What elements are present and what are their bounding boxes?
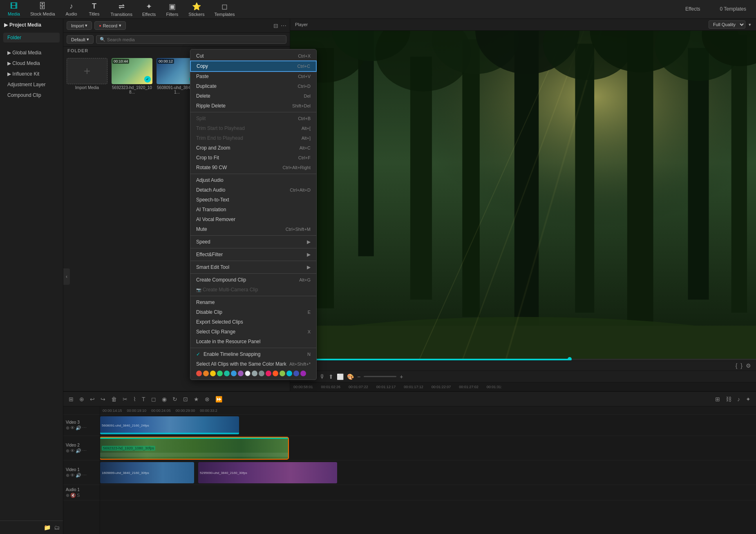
toolbar-audio[interactable]: ♪ Audio xyxy=(61,0,82,18)
toolbar-stock[interactable]: 🗄 Stock Media xyxy=(26,0,59,18)
tab-effects[interactable]: Effects xyxy=(679,4,707,14)
tl-link-btn[interactable]: ⛓ xyxy=(724,395,734,404)
fullscreen-icon[interactable]: { xyxy=(736,362,738,369)
toolbar-effects[interactable]: ✦ Effects xyxy=(138,0,160,18)
tl-effect-btn[interactable]: ★ xyxy=(192,395,201,404)
tl-grid-btn[interactable]: ⊞ xyxy=(67,395,76,404)
color-green[interactable] xyxy=(217,371,223,376)
video2-more-btn[interactable]: ⋯ xyxy=(82,448,87,454)
clip-video1-b[interactable]: 5295690-uhd_3840_2160_30fps xyxy=(198,462,337,483)
ctx-copy[interactable]: Copy Ctrl+C xyxy=(190,61,316,71)
ctx-crop-zoom[interactable]: Crop and Zoom Alt+C xyxy=(190,143,316,153)
video3-eye-btn[interactable]: 👁 xyxy=(70,425,75,431)
color-blue[interactable] xyxy=(231,371,237,376)
clip-video2-forest[interactable]: 5692323-hd_1920_1080_30fps xyxy=(100,438,288,459)
tl-record-btn[interactable]: ◉ xyxy=(160,395,169,404)
toolbar-filters[interactable]: ▣ Filters xyxy=(161,0,183,18)
audio1-mute-btn[interactable]: 🔇 xyxy=(70,493,76,498)
ctx-duplicate[interactable]: Duplicate Ctrl+D xyxy=(190,81,316,91)
ctx-detach-audio[interactable]: Detach Audio Ctrl+Alt+D xyxy=(190,185,316,195)
tl-crop-btn[interactable]: ⊡ xyxy=(181,395,190,404)
sidebar-item-compound[interactable]: Compound Clip xyxy=(0,90,63,101)
tl-text-btn[interactable]: T xyxy=(140,395,148,404)
color-gray[interactable] xyxy=(259,371,264,376)
color-icon[interactable]: 🎨 xyxy=(347,373,354,380)
ctx-select-range[interactable]: Select Clip Range X xyxy=(190,327,316,337)
toolbar-titles[interactable]: T Titles xyxy=(84,0,105,18)
audio1-solo-btn[interactable]: S xyxy=(77,493,80,498)
color-yellow[interactable] xyxy=(210,371,216,376)
video2-lock-btn[interactable]: 🔊 xyxy=(76,448,81,454)
video3-add-btn[interactable]: ⊕ xyxy=(66,425,69,431)
default-view-button[interactable]: Default ▾ xyxy=(67,35,94,44)
sidebar-collapse-button[interactable]: ‹ xyxy=(63,268,70,285)
color-indigo[interactable] xyxy=(293,371,299,376)
color-teal[interactable] xyxy=(224,371,230,376)
ctx-ai-vocal[interactable]: AI Vocal Remover xyxy=(190,214,316,224)
video2-eye-btn[interactable]: 👁 xyxy=(70,448,75,454)
video3-more-btn[interactable]: ⋯ xyxy=(82,425,87,431)
ctx-speech-text[interactable]: Speech-to-Text xyxy=(190,195,316,205)
sidebar-item-cloud[interactable]: ▶ Cloud Media xyxy=(0,58,63,69)
ctx-mute[interactable]: Mute Ctrl+Shift+M xyxy=(190,224,316,234)
toolbar-media[interactable]: 🎞 Media xyxy=(3,0,25,18)
sidebar-item-adjustment[interactable]: Adjustment Layer xyxy=(0,79,63,90)
media-item-v1[interactable]: 00:10:44 ✓ 5692323-hd_1920_108... xyxy=(112,58,152,94)
tl-shape-btn[interactable]: ◻ xyxy=(149,395,158,404)
video1-more-btn[interactable]: ⋯ xyxy=(82,473,87,478)
ctx-cut[interactable]: Cut Ctrl+X xyxy=(190,51,316,61)
tl-redo-btn[interactable]: ↪ xyxy=(98,395,107,404)
tl-snap-btn[interactable]: ⊗ xyxy=(203,395,212,404)
import-media-item[interactable]: + Import Media xyxy=(67,58,107,94)
ctx-paste[interactable]: Paste Ctrl+V xyxy=(190,71,316,81)
zoom-in-icon[interactable]: + xyxy=(400,373,403,380)
ctx-disable-clip[interactable]: Disable Clip E xyxy=(190,307,316,317)
tl-audio-btn[interactable]: ♪ xyxy=(735,395,742,404)
more-options-icon[interactable]: ⋯ xyxy=(281,22,286,29)
color-deep-orange[interactable] xyxy=(273,371,278,376)
audio1-add-btn[interactable]: ⊕ xyxy=(66,493,69,498)
tl-delete-btn[interactable]: 🗑 xyxy=(109,395,119,404)
ctx-crop-fit[interactable]: Crop to Fit Ctrl+F xyxy=(190,153,316,163)
tl-ai-btn[interactable]: ✦ xyxy=(744,395,753,404)
search-box[interactable]: 🔍 xyxy=(96,35,286,44)
color-orange[interactable] xyxy=(203,371,209,376)
tl-undo-btn[interactable]: ↩ xyxy=(88,395,97,404)
clip-video3-sky[interactable]: 5608091-uhd_3840_2160_24fps xyxy=(100,416,239,434)
tl-split-btn[interactable]: ⌇ xyxy=(131,395,138,404)
ctx-locate-resource[interactable]: Locate in the Resource Panel xyxy=(190,337,316,346)
voiceover-icon[interactable]: 🎙 xyxy=(320,373,325,380)
player-progress-bar[interactable] xyxy=(290,359,756,360)
import-button[interactable]: Import ▾ xyxy=(67,21,92,30)
video3-lock-btn[interactable]: 🔊 xyxy=(76,425,81,431)
color-purple[interactable] xyxy=(238,371,244,376)
sidebar-item-influence[interactable]: ▶ Influence Kit xyxy=(0,69,63,79)
import-folder-icon[interactable]: 🗂 xyxy=(54,524,60,531)
sidebar-header[interactable]: ▶ Project Media xyxy=(0,19,63,31)
fit-icon[interactable]: } xyxy=(740,362,743,369)
ctx-export-clips[interactable]: Export Selected Clips xyxy=(190,317,316,327)
tl-cut-btn[interactable]: ✂ xyxy=(121,395,130,404)
video1-lock-btn[interactable]: 🔊 xyxy=(76,473,81,478)
filter-icon[interactable]: ⊟ xyxy=(273,22,278,29)
color-deep-purple[interactable] xyxy=(300,371,306,376)
zoom-slider[interactable] xyxy=(364,376,396,377)
clip-video1-a[interactable]: 1609899-uhd_3840_2160_30fps xyxy=(100,462,194,483)
ctx-ripple-delete[interactable]: Ripple Delete Shift+Del xyxy=(190,101,316,111)
color-red[interactable] xyxy=(196,371,202,376)
ctx-rotate[interactable]: Rotate 90 CW Ctrl+Alt+Right xyxy=(190,163,316,172)
zoom-out-icon[interactable]: − xyxy=(357,373,360,380)
toolbar-stickers[interactable]: ⭐ Stickers xyxy=(184,0,208,18)
settings-icon[interactable]: ⚙ xyxy=(746,362,751,369)
ctx-compound-clip[interactable]: Create Compound Clip Alt+G xyxy=(190,275,316,285)
video1-add-btn[interactable]: ⊕ xyxy=(66,473,69,478)
ctx-speed[interactable]: Speed ▶ xyxy=(190,237,316,247)
ctx-smart-edit[interactable]: Smart Edit Tool ▶ xyxy=(190,262,316,272)
color-cyan[interactable] xyxy=(286,371,292,376)
ctx-adjust-audio[interactable]: Adjust Audio xyxy=(190,175,316,185)
import-thumb[interactable]: + xyxy=(67,58,107,84)
video1-eye-btn[interactable]: 👁 xyxy=(70,473,75,478)
ctx-rename[interactable]: Rename xyxy=(190,297,316,307)
tl-magnet-btn[interactable]: ⊕ xyxy=(77,395,86,404)
thumb-v1[interactable]: 00:10:44 ✓ xyxy=(112,58,152,84)
